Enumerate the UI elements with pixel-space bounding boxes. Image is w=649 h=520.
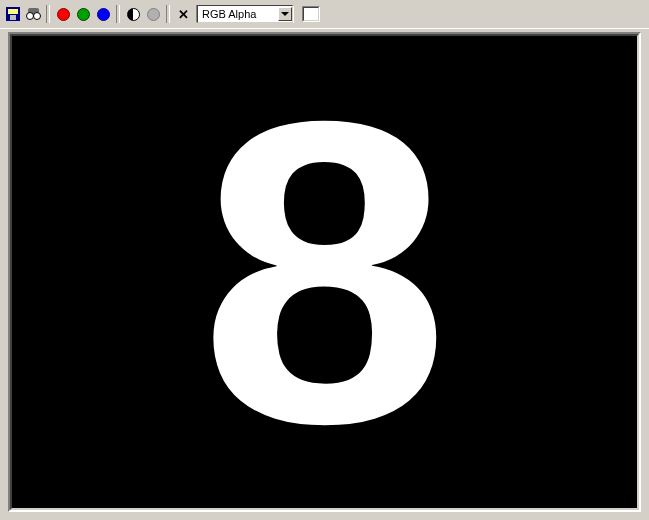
render-window: ✕ RGB Alpha 8 [0, 0, 649, 520]
toolbar-separator [46, 5, 50, 23]
zoom-button[interactable] [24, 5, 42, 23]
rendered-content: 8 [199, 57, 450, 487]
swatch-color [303, 7, 319, 21]
render-viewport[interactable]: 8 [10, 34, 639, 510]
close-icon: ✕ [178, 8, 189, 21]
background-color-swatch[interactable] [302, 6, 320, 22]
contrast-button[interactable] [124, 5, 142, 23]
blue-dot-icon [97, 8, 110, 21]
channel-green-button[interactable] [74, 5, 92, 23]
gray-dot-icon [147, 8, 160, 21]
monochrome-button[interactable] [144, 5, 162, 23]
green-dot-icon [77, 8, 90, 21]
save-icon [6, 7, 20, 21]
save-button[interactable] [4, 5, 22, 23]
red-dot-icon [57, 8, 70, 21]
viewport-frame: 8 [8, 32, 641, 512]
channel-red-button[interactable] [54, 5, 72, 23]
binoculars-icon [26, 8, 41, 20]
toolbar-separator [116, 5, 120, 23]
chevron-down-icon[interactable] [278, 7, 292, 21]
toolbar-separator [166, 5, 170, 23]
channel-mode-value: RGB Alpha [198, 8, 278, 20]
contrast-icon [127, 8, 140, 21]
clear-button[interactable]: ✕ [174, 5, 192, 23]
toolbar: ✕ RGB Alpha [0, 0, 649, 29]
channel-blue-button[interactable] [94, 5, 112, 23]
channel-mode-dropdown[interactable]: RGB Alpha [196, 5, 294, 23]
